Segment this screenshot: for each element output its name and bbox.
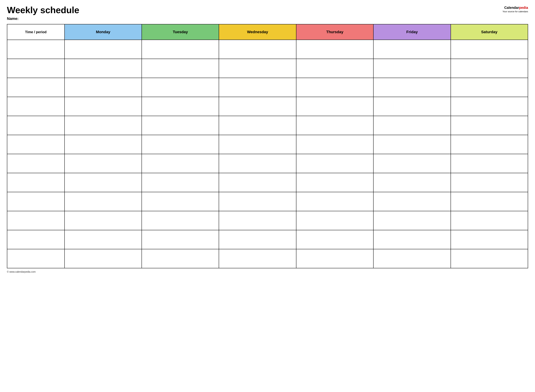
- time-cell[interactable]: [7, 154, 65, 173]
- day-cell[interactable]: [296, 192, 373, 211]
- day-cell[interactable]: [65, 78, 142, 97]
- table-row[interactable]: [7, 249, 528, 268]
- day-cell[interactable]: [451, 192, 528, 211]
- day-cell[interactable]: [373, 116, 451, 135]
- day-cell[interactable]: [373, 211, 451, 230]
- day-cell[interactable]: [296, 211, 373, 230]
- day-cell[interactable]: [373, 154, 451, 173]
- day-cell[interactable]: [296, 173, 373, 192]
- day-cell[interactable]: [451, 173, 528, 192]
- day-cell[interactable]: [65, 249, 142, 268]
- day-cell[interactable]: [451, 40, 528, 59]
- day-cell[interactable]: [451, 249, 528, 268]
- table-row[interactable]: [7, 116, 528, 135]
- time-cell[interactable]: [7, 249, 65, 268]
- day-cell[interactable]: [142, 78, 219, 97]
- day-cell[interactable]: [296, 249, 373, 268]
- day-cell[interactable]: [373, 230, 451, 249]
- time-cell[interactable]: [7, 78, 65, 97]
- day-cell[interactable]: [219, 173, 296, 192]
- day-cell[interactable]: [219, 154, 296, 173]
- title-section: Weekly schedule Name:: [7, 5, 79, 21]
- day-cell[interactable]: [373, 173, 451, 192]
- day-cell[interactable]: [296, 116, 373, 135]
- day-cell[interactable]: [142, 135, 219, 154]
- day-cell[interactable]: [219, 97, 296, 116]
- day-cell[interactable]: [142, 192, 219, 211]
- day-cell[interactable]: [373, 249, 451, 268]
- day-cell[interactable]: [65, 116, 142, 135]
- day-cell[interactable]: [142, 116, 219, 135]
- time-cell[interactable]: [7, 230, 65, 249]
- day-cell[interactable]: [373, 40, 451, 59]
- day-cell[interactable]: [451, 135, 528, 154]
- table-row[interactable]: [7, 40, 528, 59]
- table-row[interactable]: [7, 154, 528, 173]
- day-cell[interactable]: [219, 211, 296, 230]
- day-cell[interactable]: [65, 173, 142, 192]
- time-cell[interactable]: [7, 97, 65, 116]
- day-cell[interactable]: [373, 192, 451, 211]
- table-row[interactable]: [7, 135, 528, 154]
- day-cell[interactable]: [65, 59, 142, 78]
- day-cell[interactable]: [65, 211, 142, 230]
- table-row[interactable]: [7, 211, 528, 230]
- table-row[interactable]: [7, 192, 528, 211]
- day-cell[interactable]: [219, 192, 296, 211]
- day-cell[interactable]: [142, 211, 219, 230]
- day-cell[interactable]: [451, 154, 528, 173]
- time-cell[interactable]: [7, 192, 65, 211]
- day-cell[interactable]: [296, 154, 373, 173]
- day-cell[interactable]: [219, 249, 296, 268]
- header-friday: Friday: [373, 24, 451, 40]
- day-cell[interactable]: [373, 97, 451, 116]
- day-cell[interactable]: [219, 78, 296, 97]
- day-cell[interactable]: [219, 116, 296, 135]
- day-cell[interactable]: [219, 59, 296, 78]
- day-cell[interactable]: [142, 59, 219, 78]
- day-cell[interactable]: [219, 40, 296, 59]
- time-cell[interactable]: [7, 40, 65, 59]
- day-cell[interactable]: [219, 230, 296, 249]
- logo-calendar-text: Calendar: [504, 6, 519, 9]
- day-cell[interactable]: [65, 40, 142, 59]
- day-cell[interactable]: [296, 230, 373, 249]
- day-cell[interactable]: [142, 154, 219, 173]
- day-cell[interactable]: [142, 230, 219, 249]
- time-cell[interactable]: [7, 211, 65, 230]
- day-cell[interactable]: [65, 135, 142, 154]
- day-cell[interactable]: [142, 173, 219, 192]
- day-cell[interactable]: [451, 59, 528, 78]
- day-cell[interactable]: [296, 97, 373, 116]
- time-cell[interactable]: [7, 116, 65, 135]
- time-cell[interactable]: [7, 135, 65, 154]
- day-cell[interactable]: [451, 78, 528, 97]
- table-row[interactable]: [7, 230, 528, 249]
- day-cell[interactable]: [451, 116, 528, 135]
- day-cell[interactable]: [373, 135, 451, 154]
- table-row[interactable]: [7, 59, 528, 78]
- day-cell[interactable]: [451, 230, 528, 249]
- day-cell[interactable]: [142, 40, 219, 59]
- day-cell[interactable]: [451, 211, 528, 230]
- day-cell[interactable]: [65, 154, 142, 173]
- day-cell[interactable]: [219, 135, 296, 154]
- day-cell[interactable]: [142, 97, 219, 116]
- day-cell[interactable]: [296, 40, 373, 59]
- day-cell[interactable]: [296, 59, 373, 78]
- table-row[interactable]: [7, 97, 528, 116]
- day-cell[interactable]: [65, 192, 142, 211]
- table-row[interactable]: [7, 173, 528, 192]
- day-cell[interactable]: [296, 135, 373, 154]
- day-cell[interactable]: [296, 78, 373, 97]
- day-cell[interactable]: [451, 97, 528, 116]
- day-cell[interactable]: [373, 59, 451, 78]
- logo-tagline: Your source for calendars: [502, 10, 528, 13]
- day-cell[interactable]: [65, 230, 142, 249]
- time-cell[interactable]: [7, 59, 65, 78]
- day-cell[interactable]: [142, 249, 219, 268]
- table-row[interactable]: [7, 78, 528, 97]
- time-cell[interactable]: [7, 173, 65, 192]
- day-cell[interactable]: [65, 97, 142, 116]
- day-cell[interactable]: [373, 78, 451, 97]
